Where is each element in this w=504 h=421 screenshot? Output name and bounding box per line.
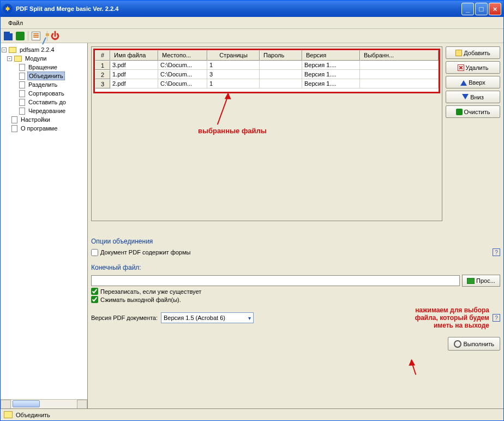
tree-modules-label: Модули — [24, 55, 47, 62]
merge-options-label: Опции объединения — [91, 238, 500, 245]
table-row[interactable]: 2 1.pdf C:\Docum... 3 Версия 1.... — [95, 70, 439, 79]
folder-open-icon — [467, 278, 475, 284]
help-icon[interactable]: ? — [493, 314, 500, 322]
minimize-button[interactable]: _ — [461, 3, 474, 15]
log-icon[interactable] — [32, 32, 40, 40]
pdf-version-select[interactable]: Версия 1.5 (Acrobat 6) ▾ — [161, 312, 254, 323]
file-table-container: # Имя файла Местопо... Страницы Пароль В… — [91, 46, 442, 221]
arrow-down-icon — [462, 94, 469, 100]
delete-button[interactable]: Удалить — [446, 61, 500, 74]
chevron-down-icon: ▾ — [248, 315, 251, 321]
col-password[interactable]: Пароль — [260, 50, 302, 61]
col-path[interactable]: Местопо... — [158, 50, 207, 61]
page-icon — [19, 73, 25, 80]
page-icon — [19, 108, 25, 115]
annotation-browse-hint: нажимаем для выбора файла, который будем… — [415, 306, 489, 329]
forms-checkbox[interactable] — [91, 249, 98, 256]
tree-about[interactable]: О программе — [2, 124, 86, 133]
folder-icon — [14, 56, 22, 62]
tree-item-merge[interactable]: Объединить — [2, 72, 86, 80]
file-buttons: Добавить Удалить Вверх Вниз Очистить — [446, 46, 500, 221]
up-button[interactable]: Вверх — [446, 76, 500, 88]
col-pages[interactable]: Страницы — [207, 50, 260, 61]
compress-label: Сжимать выходной файл(ы). — [100, 297, 181, 303]
page-icon — [19, 99, 25, 106]
exit-icon[interactable]: ⏻ — [51, 32, 59, 40]
add-button[interactable]: Добавить — [446, 46, 500, 59]
collapse-icon[interactable]: - — [2, 48, 7, 52]
output-file-label: Конечный файл: — [91, 264, 500, 271]
col-name[interactable]: Имя файла — [110, 50, 158, 61]
page-icon — [19, 90, 25, 97]
status-text: Объединить — [16, 412, 50, 418]
file-table: # Имя файла Местопо... Страницы Пароль В… — [93, 49, 440, 93]
close-button[interactable]: × — [489, 3, 501, 15]
page-icon — [11, 116, 17, 123]
tree-root-label: pdfsam 2.2.4 — [19, 46, 56, 54]
delete-icon — [458, 64, 464, 71]
browse-button[interactable]: Прос... — [462, 275, 500, 287]
annotation-selected-files: выбранные файлы — [198, 127, 267, 135]
save-env-icon[interactable] — [16, 32, 25, 40]
table-row[interactable]: 3 2.pdf C:\Docum... 1 Версия 1.... — [95, 79, 439, 88]
page-icon — [11, 125, 17, 132]
help-icon[interactable]: ? — [493, 248, 500, 256]
content-panel: # Имя файла Местопо... Страницы Пароль В… — [88, 43, 503, 408]
add-icon — [455, 50, 462, 56]
arrow-up-icon — [460, 79, 467, 86]
tree-item-sort[interactable]: Сортировать — [2, 89, 86, 98]
down-button[interactable]: Вниз — [446, 91, 500, 103]
clear-button[interactable]: Очистить — [446, 105, 500, 118]
tree-root[interactable]: - pdfsam 2.2.4 — [2, 45, 86, 54]
overwrite-checkbox[interactable] — [91, 288, 98, 295]
maximize-button[interactable]: □ — [475, 3, 488, 15]
page-icon — [19, 64, 25, 71]
app-window: PDF Split and Merge basic Ver. 2.2.4 _ □… — [0, 0, 504, 421]
menubar: Файл — [1, 17, 503, 29]
menu-file[interactable]: Файл — [4, 19, 27, 27]
table-row[interactable]: 1 3.pdf C:\Docum... 1 Версия 1.... — [95, 61, 439, 70]
tree-item-compose[interactable]: Составить до — [2, 98, 86, 106]
tree-item-alternate[interactable]: Чередование — [2, 106, 86, 115]
sidebar: - pdfsam 2.2.4 - Модули Вращение Объедин… — [1, 43, 88, 408]
tree-item-rotate[interactable]: Вращение — [2, 63, 86, 72]
clear-icon — [456, 109, 463, 115]
tree-modules[interactable]: - Модули — [2, 54, 86, 63]
save-icon[interactable] — [4, 32, 13, 40]
tree-item-split[interactable]: Разделить — [2, 80, 86, 89]
sidebar-scrollbar[interactable] — [1, 399, 87, 408]
window-title: PDF Split and Merge basic Ver. 2.2.4 — [16, 5, 118, 12]
output-path-input[interactable] — [91, 275, 460, 286]
toolbar-separator — [47, 31, 47, 41]
tree-settings[interactable]: Настройки — [2, 115, 86, 124]
collapse-icon[interactable]: - — [7, 56, 12, 61]
forms-label: Документ PDF содержит формы — [100, 249, 190, 256]
toolbar-separator — [28, 31, 28, 41]
overwrite-label: Перезаписать, если уже существует — [100, 288, 201, 295]
col-num[interactable]: # — [95, 50, 110, 61]
col-version[interactable]: Версия — [302, 50, 360, 61]
table-header: # Имя файла Местопо... Страницы Пароль В… — [95, 50, 439, 61]
titlebar[interactable]: PDF Split and Merge basic Ver. 2.2.4 _ □… — [1, 1, 503, 17]
page-icon — [19, 81, 25, 88]
pdf-version-label: Версия PDF документа: — [91, 315, 158, 321]
annotation-arrow — [411, 360, 417, 375]
compress-checkbox[interactable] — [91, 296, 98, 303]
execute-button[interactable]: Выполнить — [448, 337, 500, 351]
folder-icon — [9, 47, 16, 53]
folder-icon — [4, 411, 13, 418]
toolbar: ⏻ — [1, 29, 503, 43]
statusbar: Объединить — [1, 408, 503, 420]
gear-icon — [454, 340, 461, 348]
col-selected[interactable]: Выбранн... — [360, 50, 439, 61]
annotation-arrow — [217, 93, 229, 124]
app-icon — [3, 4, 13, 14]
nav-tree: - pdfsam 2.2.4 - Модули Вращение Объедин… — [1, 43, 87, 399]
scrollbar-thumb[interactable] — [13, 400, 40, 407]
